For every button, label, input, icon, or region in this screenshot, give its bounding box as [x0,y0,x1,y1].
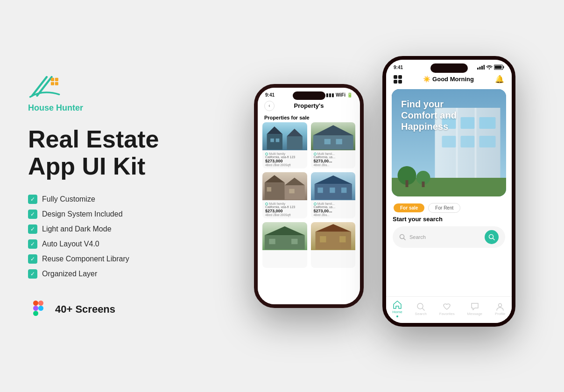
property-card-1[interactable]: Multi family California, usa-fl 123 $273… [262,122,307,168]
tab-for-rent[interactable]: For Rent [428,203,460,213]
check-icon-1: ✓ [28,195,37,204]
feature-label-2: Design System Included [42,210,123,218]
sale-rent-tabs: For sale For Rent [386,199,512,216]
property-location-2: California, us... [314,155,353,159]
svg-rect-8 [33,306,38,311]
svg-rect-52 [479,117,496,129]
figma-icon [28,299,49,320]
svg-line-66 [493,238,495,240]
main-title: Real Estate App UI Kit [28,126,168,179]
svg-line-68 [423,308,425,310]
check-icon-4: ✓ [28,239,37,249]
hero-title: Find your Comfort and Happiness [401,98,457,132]
svg-rect-43 [484,65,485,70]
nav-label-message: Message [467,312,482,316]
search-input[interactable]: Search [409,234,481,240]
property-card-4[interactable]: Multi famil... California, us... $273,00… [311,172,356,218]
back-button[interactable]: ‹ [264,101,275,111]
svg-rect-20 [336,139,342,144]
property-card-2[interactable]: Multi famil... California, us... $273,00… [311,122,356,168]
property-card-6[interactable] [311,222,356,268]
nav-item-favorites[interactable]: Favorites [439,302,455,316]
nav-item-home[interactable]: Home [392,301,402,317]
back-status-time: 9:41 [265,92,275,98]
front-status-time: 9:41 [394,65,403,70]
search-nav-icon [416,302,425,311]
svg-rect-51 [461,117,475,129]
svg-rect-53 [442,136,456,147]
svg-marker-33 [265,226,305,235]
dot-icon-2 [314,153,317,155]
battery-icon [494,64,504,70]
notch-back [293,91,325,100]
search-submit-icon [488,234,495,240]
property-info-6 [311,250,356,268]
check-icon-2: ✓ [28,210,37,219]
svg-rect-60 [406,180,409,187]
property-image-3 [262,172,307,200]
favorites-nav-icon [443,302,451,311]
home-nav-icon [393,301,402,309]
front-phone-screen: 9:41 [386,60,512,323]
svg-rect-4 [51,82,54,85]
dot-icon-1 [265,153,268,155]
property-details-3: 4Bed 2Bat 200Sqft [265,213,304,217]
nav-label-search: Search [415,312,427,316]
svg-line-64 [404,238,406,240]
property-location-3: California, usa-fl 123 [265,205,304,209]
property-info-5 [262,250,307,268]
bottom-nav: Home Search Favorites [386,296,512,323]
hero-text-overlay: Find your Comfort and Happiness [401,98,457,132]
svg-rect-35 [291,239,297,244]
svg-rect-34 [269,239,275,244]
wifi-icon [486,65,493,70]
message-nav-icon [471,302,479,311]
check-icon-6: ✓ [28,269,37,279]
back-status-right: ▮▮▮ WiFi 🔋 [326,92,352,98]
property-price-1: $273,000 [265,159,304,163]
property-type-3: Multi family [265,202,304,205]
search-section: Start your search Search [386,216,512,248]
nav-item-profile[interactable]: Profile [495,302,506,316]
logo-area: House Hunter [28,72,168,113]
search-bar[interactable]: Search [393,226,505,248]
logo-text: House Hunter [28,103,168,113]
property-image-1 [262,122,307,150]
property-details-1: 4Bed 2Bat 200Sqft [265,163,304,167]
back-phone-screen: 9:41 ▮▮▮ WiFi 🔋 ‹ Property's Properties … [258,88,360,304]
back-phone-title: Property's [294,102,324,109]
svg-rect-46 [503,66,504,69]
svg-rect-3 [55,78,58,81]
profile-nav-icon [496,302,504,311]
feature-item-1: ✓ Fully Customize [28,195,168,204]
search-section-title: Start your search [393,216,505,223]
svg-marker-18 [313,125,353,135]
feature-item-4: ✓ Auto Layout V4.0 [28,239,168,249]
property-type-2: Multi famil... [314,152,353,155]
svg-rect-22 [285,185,305,200]
svg-rect-38 [320,236,326,242]
property-info-4: Multi famil... California, us... $273,00… [311,200,356,218]
property-type-4: Multi famil... [314,202,353,205]
bell-icon[interactable]: 🔔 [495,75,504,84]
logo-icon [28,72,65,100]
nav-label-favorites: Favorites [439,312,455,316]
feature-item-6: ✓ Organized Layer [28,269,168,279]
property-card-3[interactable]: Multi family California, usa-fl 123 $273… [262,172,307,218]
check-icon-3: ✓ [28,224,37,234]
search-button[interactable] [485,230,499,244]
phone-front: 9:41 [382,56,515,327]
svg-rect-7 [38,301,43,306]
property-type-1: Multi family [265,152,304,155]
nav-item-message[interactable]: Message [467,302,482,316]
svg-marker-37 [315,224,351,231]
property-location-1: California, usa-fl 123 [265,155,304,159]
property-info-2: Multi famil... California, us... $273,00… [311,150,356,168]
property-card-5[interactable] [262,222,307,268]
screens-text: 40+ Screens [55,303,115,315]
nav-item-search[interactable]: Search [415,302,427,316]
phone-back: 9:41 ▮▮▮ WiFi 🔋 ‹ Property's Properties … [254,84,364,308]
svg-rect-25 [267,187,272,192]
grid-menu-icon[interactable] [394,75,402,84]
tab-for-sale[interactable]: For sale [394,203,424,212]
